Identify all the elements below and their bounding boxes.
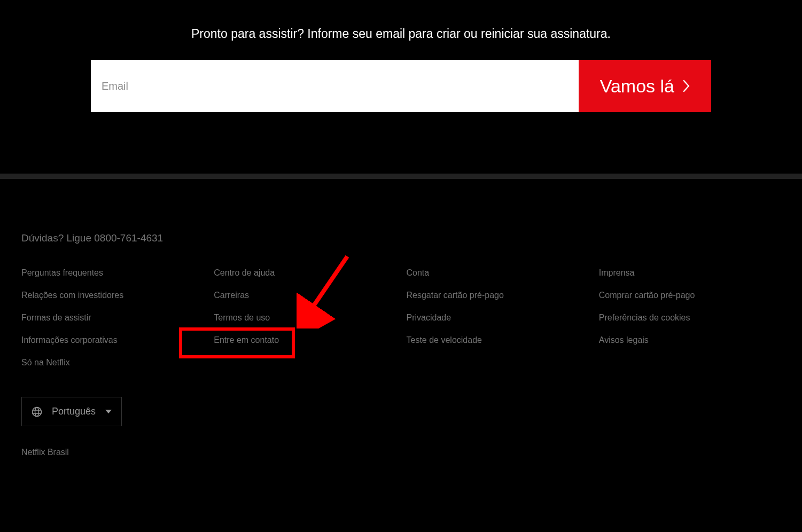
language-selector[interactable]: Português [21,397,122,426]
footer-link-account[interactable]: Conta [407,268,430,278]
footer-link-corporate-info[interactable]: Informações corporativas [21,335,118,345]
footer-brand-text: Netflix Brasil [21,448,781,457]
footer-link-privacy[interactable]: Privacidade [407,313,451,323]
get-started-button[interactable]: Vamos lá [579,60,711,112]
footer-link-legal-notices[interactable]: Avisos legais [599,335,649,345]
get-started-label: Vamos lá [600,76,674,97]
footer-link-speed-test[interactable]: Teste de velocidade [407,335,482,345]
language-label: Português [52,406,96,417]
footer-link-faq[interactable]: Perguntas frequentes [21,268,103,278]
footer-link-cookie-prefs[interactable]: Preferências de cookies [599,313,690,323]
footer-link-investor-relations[interactable]: Relações com investidores [21,291,123,300]
footer-contact-text[interactable]: Dúvidas? Ligue 0800-761-4631 [21,232,781,244]
signup-form: Vamos lá [0,60,802,112]
footer-link-contact-us[interactable]: Entre em contato [214,335,279,345]
cta-headline: Pronto para assistir? Informe seu email … [0,27,802,41]
hero-section: Pronto para assistir? Informe seu email … [0,0,802,112]
footer-link-only-on-netflix[interactable]: Só na Netflix [21,358,70,367]
chevron-right-icon [682,80,690,92]
svg-point-0 [33,407,42,416]
globe-icon [32,406,42,417]
footer: Dúvidas? Ligue 0800-761-4631 Perguntas f… [0,179,802,457]
footer-link-help-center[interactable]: Centro de ajuda [214,268,275,278]
section-divider [0,174,802,179]
footer-links-grid: Perguntas frequentes Centro de ajuda Con… [21,268,781,367]
footer-link-terms[interactable]: Termos de uso [214,313,270,323]
footer-link-press[interactable]: Imprensa [599,268,635,278]
email-field[interactable] [91,60,579,112]
dropdown-arrow-icon [105,410,112,413]
svg-point-1 [35,407,39,416]
footer-link-ways-to-watch[interactable]: Formas de assistir [21,313,91,323]
footer-link-careers[interactable]: Carreiras [214,291,249,300]
footer-link-redeem-gift[interactable]: Resgatar cartão pré-pago [407,291,504,300]
footer-link-buy-gift[interactable]: Comprar cartão pré-pago [599,291,695,300]
